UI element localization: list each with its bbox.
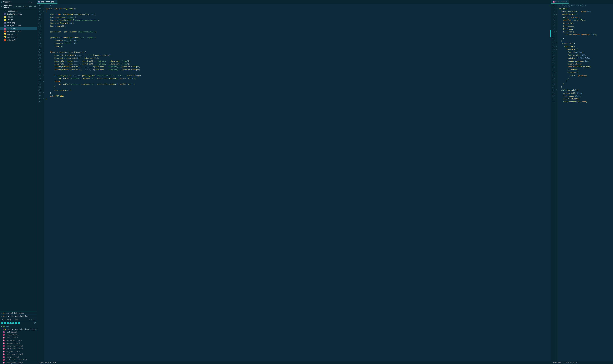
structure-item[interactable]: mcache_name():void	[0, 353, 37, 356]
code-line[interactable]: @include script-font;	[559, 19, 612, 22]
code-editor-scss[interactable]: 1234567891011121314151617181920212223242…	[551, 4, 613, 361]
fold-marker[interactable]	[556, 56, 557, 59]
fold-marker[interactable]	[556, 21, 557, 24]
code-line[interactable]: }	[559, 80, 612, 83]
code-line[interactable]: color: darken($primary, 10%);	[559, 33, 612, 36]
structure-root[interactable]: ▾ C MyM	[0, 325, 37, 328]
code-line[interactable]: .nav-link {	[559, 48, 612, 51]
fold-marker[interactable]	[42, 45, 44, 48]
code-line[interactable]: color: #f5ab00;	[559, 97, 612, 100]
code-line[interactable]: ->get();	[46, 45, 550, 48]
file-item[interactable]: phpphp1.php	[0, 21, 37, 24]
file-item[interactable]: JSjs3.js	[0, 18, 37, 21]
fold-marker[interactable]	[42, 30, 44, 33]
file-item[interactable]: JSvue_js1.js	[0, 33, 37, 36]
fold-marker[interactable]	[556, 85, 557, 88]
fold-marker[interactable]	[556, 4, 557, 7]
fold-marker[interactable]: ⊟	[556, 7, 557, 10]
fold-marker[interactable]	[556, 51, 557, 53]
fold-marker[interactable]	[42, 62, 44, 65]
code-line[interactable]: }	[559, 77, 612, 80]
fold-marker[interactable]: ⊟	[42, 7, 44, 10]
tab-php[interactable]: PHP	[14, 318, 19, 321]
fold-marker[interactable]	[556, 100, 557, 103]
fold-marker[interactable]: ⊟	[556, 45, 557, 48]
fold-marker[interactable]	[42, 85, 44, 88]
code-line[interactable]: $big_file = glob( pattern: $prod_path . …	[46, 62, 550, 65]
filter-dot[interactable]	[15, 322, 17, 324]
fold-marker[interactable]	[556, 97, 557, 100]
code-line[interactable]: $bar = new ProgressBar($this->output, 96…	[46, 13, 550, 16]
code-line[interactable]: margin-left: 20px;	[559, 91, 612, 94]
fold-marker[interactable]	[42, 13, 44, 15]
code-line[interactable]: background-color: $gray-900;	[559, 10, 612, 13]
code-line[interactable]: color: $primary;	[559, 16, 612, 19]
file-item[interactable]: phpphp1_edit.php	[0, 24, 37, 27]
code-line[interactable]: $bar->advance();	[46, 89, 550, 91]
file-item[interactable]: 5untitled2.html	[0, 30, 37, 33]
project-root-name[interactable]: cod-for-photo	[4, 4, 13, 8]
code-line[interactable]: }	[559, 36, 612, 39]
structure-item[interactable]: mindex():void	[0, 336, 37, 339]
fold-marker[interactable]	[42, 94, 44, 97]
filter-dot[interactable]	[7, 322, 9, 324]
structure-item[interactable]: mshort_name():void	[0, 361, 37, 364]
code-line[interactable]: $img_cut = $img_cuts[0].'_'.$img_cuts[1]…	[46, 57, 550, 60]
code-line[interactable]: }	[46, 86, 550, 89]
code-line[interactable]: font-size: 18px;	[559, 94, 612, 97]
code-line[interactable]: }	[46, 91, 550, 94]
file-item[interactable]: JSjs2.js	[0, 15, 37, 18]
code-line[interactable]: .nav-item {	[559, 45, 612, 48]
fold-marker[interactable]	[42, 18, 44, 21]
fold-marker[interactable]	[42, 36, 44, 39]
fold-marker[interactable]	[42, 42, 44, 45]
file-item[interactable]: JSvue_js2.js	[0, 36, 37, 39]
breadcrumb-segment[interactable]: \App\Console	[39, 362, 51, 364]
code-line[interactable]: rename(current($big_file), newname: $pro…	[46, 68, 550, 71]
code-line[interactable]: $prod_path = public_path('imgs/products/…	[46, 30, 550, 33]
fold-marker[interactable]: ⊟	[42, 74, 44, 77]
fold-marker[interactable]: ⊟	[556, 42, 557, 45]
file-item[interactable]: phpCollection.php	[0, 13, 37, 15]
filter-dot[interactable]	[4, 322, 6, 324]
code-line[interactable]: font-weight: 400;	[559, 54, 612, 57]
fold-marker[interactable]	[556, 18, 557, 21]
code-line[interactable]: text-decoration: none;	[559, 100, 612, 103]
code-line[interactable]: echo PHP_EOL;	[46, 94, 550, 97]
breadcrumb-segment[interactable]: MyM	[53, 362, 56, 364]
code-line[interactable]: }	[559, 39, 612, 42]
code-line[interactable]: &;:hover {	[559, 30, 612, 33]
code-line[interactable]: if(!file_exists( filename: public_path('…	[46, 74, 550, 77]
code-line[interactable]: $products = Product::select('id', 'image…	[46, 36, 550, 39]
code-line[interactable]: padding: 0.75em 0.3em;	[559, 57, 612, 60]
code-line[interactable]: &;:hover {	[559, 71, 612, 74]
filter-dot[interactable]	[1, 322, 3, 324]
tab-scss[interactable]: s scss1.scss ×	[551, 0, 569, 4]
fold-marker[interactable]	[556, 94, 557, 97]
fold-marker[interactable]	[42, 27, 44, 30]
structure-item[interactable]: mimgname():void	[0, 342, 37, 345]
fold-marker[interactable]	[556, 15, 557, 18]
code-line[interactable]	[46, 100, 550, 103]
code-line[interactable]: @include heading-font;	[559, 65, 612, 68]
fold-marker[interactable]: ⊟	[42, 80, 44, 83]
fold-marker[interactable]	[556, 24, 557, 27]
fold-marker[interactable]: ⊟	[556, 30, 557, 33]
code-line[interactable]: DB::table('products')->where('id', $prod…	[46, 83, 550, 86]
code-line[interactable]	[46, 27, 550, 30]
collapse-icon[interactable]: ⇲	[30, 1, 32, 3]
code-line[interactable]: }	[46, 97, 550, 100]
code-line[interactable]: */	[46, 4, 550, 7]
code-line[interactable]: color: $primary;	[559, 74, 612, 77]
code-line[interactable]: #mainNav {	[559, 7, 612, 10]
fold-marker[interactable]	[42, 71, 44, 74]
structure-item[interactable]: m__construct()	[0, 334, 37, 336]
fold-marker[interactable]	[556, 68, 557, 71]
fold-marker[interactable]: ⊟	[556, 88, 557, 91]
fold-marker[interactable]	[556, 36, 557, 39]
fold-marker[interactable]	[42, 4, 44, 7]
code-line[interactable]: &;:focus,	[559, 27, 612, 30]
fold-marker[interactable]	[42, 48, 44, 51]
fold-marker[interactable]	[556, 74, 557, 77]
structure-item[interactable]: mhas_img():void	[0, 350, 37, 353]
